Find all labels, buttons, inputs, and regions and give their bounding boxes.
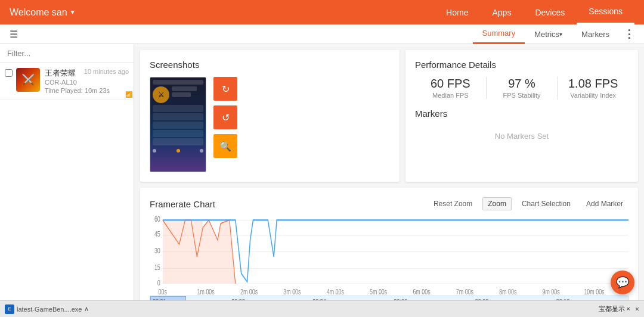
svg-text:15: 15 [154,263,160,272]
top-navigation: Welcome san ▼ Home Apps Devices Sessions [0,0,644,24]
bottom-file: E latest-GameBen....exe ∧ [5,304,89,314]
sidebar-filter-area [0,44,134,63]
svg-text:0: 0 [157,278,160,287]
nav-links: Home Apps Devices Sessions [434,0,634,24]
mock-info [172,86,203,103]
svg-text:45: 45 [154,230,160,238]
svg-text:4m 00s: 4m 00s [327,287,345,294]
subnav-more[interactable]: ⋮ [619,25,639,43]
session-checkbox[interactable] [5,69,13,77]
perf-label-2: Variability Index [562,92,624,99]
mock-row-1 [153,105,203,112]
svg-text:00s: 00s [159,287,168,294]
mock-dot-2 [177,149,180,153]
perf-value-0: 60 FPS [420,77,481,91]
perf-value-2: 1.08 FPS [562,77,624,91]
svg-text:10m 00s: 10m 00s [584,287,605,294]
mock-row-2 [153,113,203,120]
perf-value-1: 97 % [491,77,553,91]
perf-metric-2: 1.08 FPS Variability Index [558,77,628,99]
chart-controls: Reset Zoom Zoom Chart Selection Add Mark… [428,197,628,210]
nav-devices[interactable]: Devices [523,0,577,24]
brand-name: Welcome san [10,7,67,18]
chart-header: Framerate Chart Reset Zoom Zoom Chart Se… [150,197,628,210]
nav-home[interactable]: Home [434,0,480,24]
avatar-image: ⚔️ [16,68,40,92]
svg-text:30: 30 [154,247,160,255]
session-avatar: ⚔️ [16,68,40,92]
bottom-right: 宝都显示 × × [599,304,640,313]
chart-selection-button[interactable]: Chart Selection [516,197,576,210]
screenshot-actions: ↻ ↺ 🔍 [213,77,237,158]
chart-area: 60 45 30 15 0 [150,215,628,294]
mock-bar-3 [172,92,191,97]
screenshot-mock: ⚔ [150,77,206,172]
mock-row-3 [153,122,203,129]
svg-marker-10 [163,220,236,283]
mock-row-4 [153,130,203,137]
chart-title: Framerate Chart [150,199,428,209]
session-item[interactable]: ⚔️ 王者荣耀 COR-AL10 Time Played: 10m 23s 10… [0,63,134,100]
hamburger-menu[interactable]: ☰ [5,24,23,45]
markers-section: Markers No Markers Set [415,108,628,147]
svg-text:9m 00s: 9m 00s [543,287,561,294]
screenshots-title: Screenshots [150,60,390,70]
bottom-bar: E latest-GameBen....exe ∧ 宝都显示 × × [0,300,644,317]
mock-bar-1 [153,80,203,85]
screenshot-image: ⚔ [150,77,206,172]
mock-dot-3 [200,149,203,153]
file-arrow[interactable]: ∧ [84,305,89,313]
add-marker-button[interactable]: Add Marker [581,197,628,210]
top-panels: Screenshots ⚔ [140,50,638,182]
svg-text:60: 60 [154,215,160,223]
session-timestamp: 10 minutes ago [84,68,129,75]
subnav-metrics[interactable]: Metrics [525,24,572,44]
chart-panel: Framerate Chart Reset Zoom Zoom Chart Se… [140,188,638,311]
perf-metric-1: 97 % FPS Stability [487,77,558,99]
nav-apps[interactable]: Apps [480,0,523,24]
svg-text:8m 00s: 8m 00s [499,287,517,294]
mock-circle: ⚔ [153,86,169,103]
sub-links: Summary Metrics Markers ⋮ [473,24,639,44]
screenshots-content: ⚔ [150,77,390,172]
perf-label-1: FPS Stability [491,92,553,99]
wifi-icon: 📶 [125,91,132,98]
perf-metric-0: 60 FPS Median FPS [415,77,487,99]
reset-zoom-button[interactable]: Reset Zoom [428,197,478,210]
svg-text:5m 00s: 5m 00s [370,287,388,294]
content-area: Screenshots ⚔ [134,44,644,317]
chat-fab-button[interactable]: 💬 [611,271,634,294]
rotate-ccw-button[interactable]: ↺ [213,105,237,129]
svg-text:2m 00s: 2m 00s [240,287,258,294]
nav-sessions[interactable]: Sessions [577,0,634,24]
brand-dropdown-arrow: ▼ [70,9,76,15]
performance-panel: Performance Details 60 FPS Median FPS 97… [405,50,638,182]
session-time-played: Time Played: 10m 23s [45,87,129,94]
watermark-text: 宝都显示 × [599,304,630,313]
zoom-button[interactable]: Zoom [482,197,512,210]
mock-row-5 [153,138,203,145]
mock-bar-2 [172,86,197,91]
file-icon: E [5,304,14,314]
framerate-chart-svg: 60 45 30 15 0 [150,215,628,294]
mock-dot-1 [153,149,156,153]
svg-text:3m 00s: 3m 00s [283,287,301,294]
zoom-search-button[interactable]: 🔍 [213,134,237,158]
screenshots-panel: Screenshots ⚔ [140,50,400,182]
mock-pagination [153,149,203,153]
svg-text:6m 00s: 6m 00s [413,287,431,294]
session-device: COR-AL10 [45,79,129,86]
subnav-summary[interactable]: Summary [473,24,525,44]
perf-label-0: Median FPS [420,92,481,99]
rotate-cw-button[interactable]: ↻ [213,77,237,101]
main-layout: ⚔️ 王者荣耀 COR-AL10 Time Played: 10m 23s 10… [0,44,644,317]
filter-input[interactable] [7,49,126,58]
subnav-markers[interactable]: Markers [572,24,619,44]
markers-title: Markers [415,108,628,119]
no-markers-message: No Markers Set [415,126,628,147]
performance-title: Performance Details [415,60,628,70]
dismiss-button[interactable]: × [635,305,639,313]
perf-metrics: 60 FPS Median FPS 97 % FPS Stability 1.0… [415,77,628,99]
svg-text:7m 00s: 7m 00s [456,287,474,294]
brand-title[interactable]: Welcome san ▼ [10,7,434,18]
